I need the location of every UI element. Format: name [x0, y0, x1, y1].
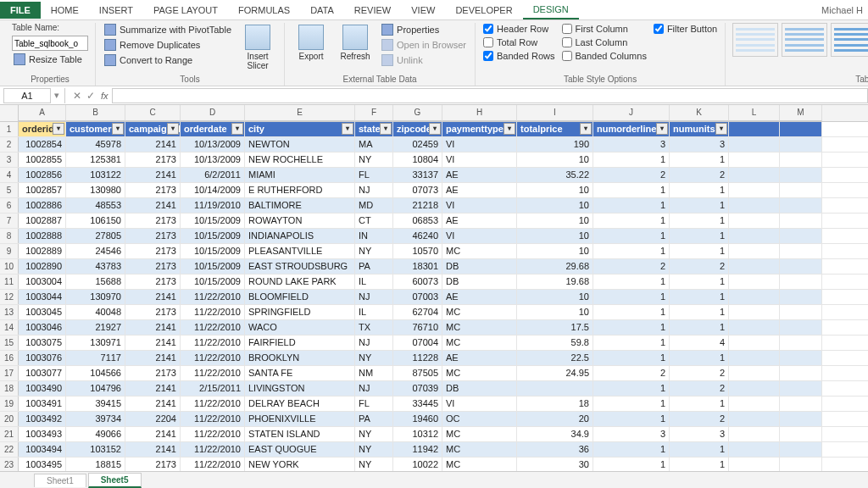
row-header[interactable]: 23 [0, 458, 19, 472]
table-cell[interactable] [780, 244, 822, 258]
row-header[interactable]: 6 [0, 198, 19, 213]
table-cell[interactable]: VI [442, 152, 517, 167]
table-cell[interactable] [780, 259, 822, 274]
table-cell[interactable]: 10 [517, 290, 593, 304]
table-header-cell[interactable]: state▾ [355, 122, 393, 136]
table-cell[interactable]: 1003493 [19, 427, 66, 441]
table-cell[interactable]: MC [442, 427, 517, 441]
row-header[interactable]: 2 [0, 137, 19, 152]
table-cell[interactable]: 10804 [393, 152, 442, 167]
table-cell[interactable]: 10/15/2009 [181, 229, 245, 243]
col-header-L[interactable]: L [729, 105, 780, 121]
table-cell[interactable]: NJ [355, 290, 393, 304]
last-column-check[interactable]: Last Column [561, 36, 648, 48]
unlink-button[interactable]: Unlink [380, 53, 468, 67]
table-cell[interactable]: SPRINGFIELD [245, 305, 355, 319]
table-cell[interactable]: NY [355, 152, 393, 167]
table-cell[interactable]: 1 [670, 351, 729, 365]
table-cell[interactable]: PA [355, 412, 393, 426]
table-cell[interactable]: AE [442, 183, 517, 197]
table-cell[interactable]: 2173 [125, 305, 181, 319]
table-cell[interactable]: 1 [593, 183, 670, 197]
table-cell[interactable] [729, 198, 780, 213]
table-cell[interactable]: 103152 [66, 442, 125, 457]
col-header-D[interactable]: D [181, 105, 245, 121]
col-header-F[interactable]: F [355, 105, 393, 121]
table-cell[interactable]: ROWAYTON [245, 214, 355, 228]
table-cell[interactable]: NY [355, 244, 393, 258]
table-cell[interactable]: 2141 [125, 351, 181, 365]
table-cell[interactable]: 2173 [125, 244, 181, 258]
style-swatch-0[interactable] [732, 23, 778, 57]
remove-duplicates-button[interactable]: Remove Duplicates [103, 38, 233, 52]
sheet-tab-sheet1[interactable]: Sheet1 [34, 474, 86, 487]
open-browser-button[interactable]: Open in Browser [380, 38, 468, 52]
row-header[interactable]: 15 [0, 336, 19, 350]
table-cell[interactable]: MC [442, 244, 517, 258]
table-header-cell[interactable] [780, 122, 822, 136]
table-cell[interactable]: MC [442, 320, 517, 335]
table-cell[interactable]: EAST QUOGUE [245, 442, 355, 457]
table-cell[interactable] [780, 274, 822, 289]
table-cell[interactable]: 10/15/2009 [181, 244, 245, 258]
table-cell[interactable]: 2 [670, 168, 729, 182]
table-cell[interactable]: AE [442, 351, 517, 365]
table-cell[interactable]: WACO [245, 320, 355, 335]
table-cell[interactable]: IL [355, 274, 393, 289]
table-cell[interactable]: 11/22/2010 [181, 396, 245, 411]
convert-range-button[interactable]: Convert to Range [103, 53, 233, 67]
table-cell[interactable]: 29.68 [517, 259, 593, 274]
table-cell[interactable]: ROUND LAKE PARK [245, 274, 355, 289]
table-cell[interactable] [780, 290, 822, 304]
table-cell[interactable]: 45978 [66, 137, 125, 152]
table-cell[interactable]: EAST STROUDSBURG [245, 259, 355, 274]
name-box[interactable]: A1 [3, 88, 51, 103]
table-cell[interactable] [729, 214, 780, 228]
table-cell[interactable]: 10 [517, 244, 593, 258]
table-header-cell[interactable]: numorderlines▾ [593, 122, 670, 136]
table-cell[interactable]: 1003490 [19, 381, 66, 396]
table-cell[interactable]: 1 [670, 183, 729, 197]
table-cell[interactable]: VI [442, 229, 517, 243]
style-swatch-1[interactable] [782, 23, 827, 57]
row-header[interactable]: 12 [0, 290, 19, 304]
table-cell[interactable]: FL [355, 396, 393, 411]
table-cell[interactable]: 103122 [66, 168, 125, 182]
table-cell[interactable]: 10/13/2009 [181, 137, 245, 152]
table-cell[interactable]: 2 [670, 381, 729, 396]
table-cell[interactable]: 190 [517, 137, 593, 152]
table-cell[interactable] [729, 183, 780, 197]
table-cell[interactable]: 10312 [393, 427, 442, 441]
row-header[interactable]: 16 [0, 351, 19, 365]
table-cell[interactable] [729, 244, 780, 258]
banded-columns-check[interactable]: Banded Columns [561, 50, 648, 62]
table-cell[interactable]: 1 [670, 442, 729, 457]
table-cell[interactable]: 1003494 [19, 442, 66, 457]
formula-input[interactable] [112, 88, 868, 103]
table-cell[interactable]: 1002855 [19, 152, 66, 167]
table-cell[interactable]: 19.68 [517, 274, 593, 289]
table-cell[interactable] [780, 412, 822, 426]
table-cell[interactable]: 130980 [66, 183, 125, 197]
banded-rows-check[interactable]: Banded Rows [482, 50, 556, 62]
table-cell[interactable]: 2173 [125, 214, 181, 228]
table-cell[interactable]: 11/22/2010 [181, 458, 245, 472]
table-header-cell[interactable]: totalprice▾ [517, 122, 593, 136]
table-cell[interactable]: 1 [670, 290, 729, 304]
table-cell[interactable] [780, 458, 822, 472]
row-header[interactable]: 7 [0, 214, 19, 228]
table-cell[interactable]: 18 [517, 396, 593, 411]
table-cell[interactable]: 1 [593, 305, 670, 319]
header-row-check[interactable]: Header Row [482, 23, 556, 35]
table-cell[interactable] [729, 274, 780, 289]
table-cell[interactable]: NY [355, 458, 393, 472]
table-cell[interactable]: DB [442, 274, 517, 289]
table-cell[interactable]: 10/13/2009 [181, 152, 245, 167]
table-cell[interactable]: 3 [593, 137, 670, 152]
table-cell[interactable]: MC [442, 305, 517, 319]
total-row-check[interactable]: Total Row [482, 36, 556, 48]
table-cell[interactable]: 1 [593, 442, 670, 457]
table-cell[interactable] [517, 381, 593, 396]
table-cell[interactable]: 11942 [393, 442, 442, 457]
table-cell[interactable]: 1 [670, 244, 729, 258]
